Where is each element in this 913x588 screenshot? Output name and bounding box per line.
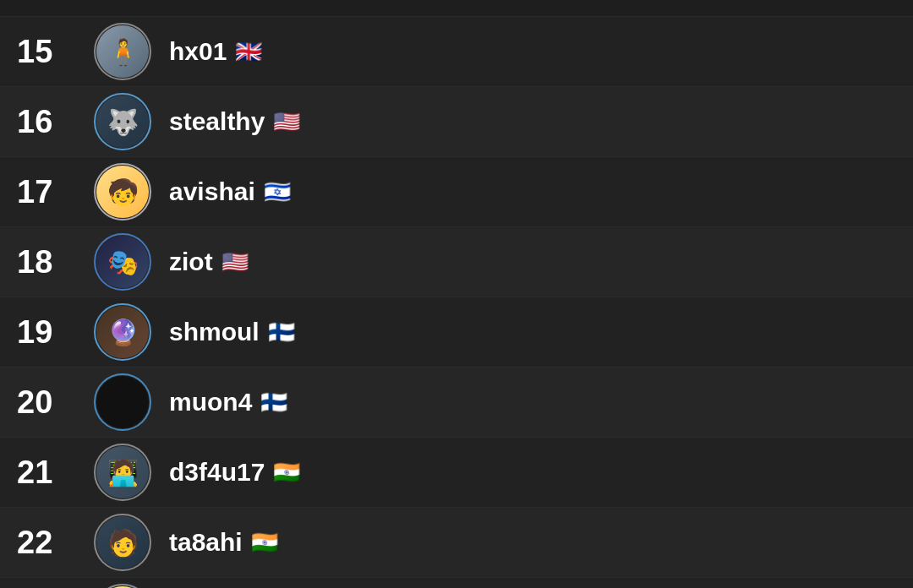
username-text: ziot (169, 248, 213, 276)
username-text: muon4 (169, 388, 252, 416)
username: ziot 🇺🇸 (169, 248, 896, 276)
avatar-icon: 🧍 (107, 37, 139, 67)
country-flag: 🇺🇸 (221, 249, 249, 275)
username: muon4 🇫🇮 (169, 388, 896, 416)
avatar: 🔮 (93, 302, 152, 362)
avatar: 🧑 (93, 513, 152, 572)
avatar-icon: 🔮 (107, 318, 139, 347)
username-text: d3f4u17 (169, 458, 265, 487)
username-text: avishai (169, 177, 255, 206)
avatar: 🐺 (93, 92, 152, 151)
avatar-icon: 🧑‍💻 (107, 458, 139, 487)
username-text: stealthy (169, 107, 265, 136)
avatar-icon: 🧑 (107, 528, 139, 558)
avatar-icon: 🎭 (107, 248, 139, 277)
country-flag: 🇮🇳 (251, 530, 278, 556)
username: avishai 🇮🇱 (169, 177, 896, 206)
leaderboard-row-23[interactable]: 23 🙂 🌍 (0, 578, 913, 588)
country-flag: 🇮🇱 (264, 179, 291, 205)
username: hx01 🇬🇧 (169, 37, 896, 66)
leaderboard-row-15[interactable]: 15 🧍 hx01 🇬🇧 (0, 17, 913, 87)
avatar: 🙂 (93, 583, 152, 588)
leaderboard: 15 🧍 hx01 🇬🇧 16 🐺 (0, 0, 913, 588)
leaderboard-row-18[interactable]: 18 🎭 ziot 🇺🇸 (0, 227, 913, 297)
avatar (93, 373, 152, 432)
rank-number: 22 (17, 525, 76, 561)
country-flag: 🇺🇸 (273, 109, 300, 135)
username-text: hx01 (169, 37, 227, 66)
username: d3f4u17 🇮🇳 (169, 458, 896, 487)
country-flag: 🇫🇮 (268, 319, 295, 346)
leaderboard-row-21[interactable]: 21 🧑‍💻 d3f4u17 🇮🇳 (0, 438, 913, 508)
leaderboard-row-20[interactable]: 20 muon4 🇫🇮 (0, 368, 913, 438)
country-flag: 🇫🇮 (260, 389, 287, 416)
avatar-icon: 🧒 (107, 177, 139, 207)
rank-number: 18 (17, 244, 76, 280)
username-text: ta8ahi (169, 528, 243, 557)
avatar: 🧑‍💻 (93, 443, 152, 502)
username: ta8ahi 🇮🇳 (169, 528, 896, 557)
rank-number: 19 (17, 314, 76, 351)
avatar: 🎭 (93, 232, 152, 291)
rank-number: 15 (17, 34, 76, 70)
rank-number: 16 (17, 104, 76, 140)
avatar: 🧍 (93, 22, 152, 81)
username: stealthy 🇺🇸 (169, 107, 896, 136)
username-text: shmoul (169, 318, 260, 346)
country-flag: 🇬🇧 (235, 39, 262, 65)
rank-number: 17 (17, 174, 76, 210)
leaderboard-row-19[interactable]: 19 🔮 shmoul 🇫🇮 (0, 297, 913, 368)
username: shmoul 🇫🇮 (169, 318, 896, 346)
avatar: 🧒 (93, 162, 152, 221)
partial-top-row (0, 0, 913, 17)
leaderboard-row-22[interactable]: 22 🧑 ta8ahi 🇮🇳 (0, 508, 913, 578)
rank-number: 21 (17, 455, 76, 491)
rank-number: 20 (17, 384, 76, 421)
leaderboard-row-17[interactable]: 17 🧒 avishai 🇮🇱 (0, 157, 913, 227)
country-flag: 🇮🇳 (273, 460, 300, 486)
avatar-icon: 🐺 (107, 107, 139, 137)
leaderboard-row-16[interactable]: 16 🐺 stealthy 🇺🇸 (0, 87, 913, 157)
